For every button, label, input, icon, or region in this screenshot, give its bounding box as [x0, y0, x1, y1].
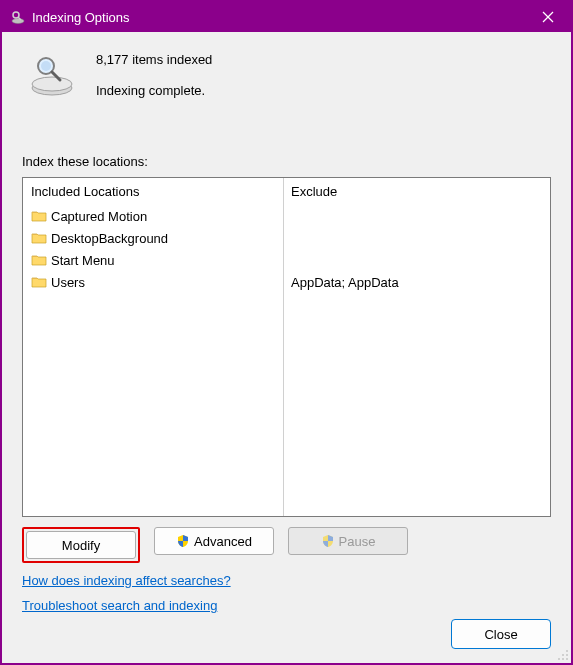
troubleshoot-link[interactable]: Troubleshoot search and indexing [22, 598, 217, 613]
window-title: Indexing Options [32, 10, 130, 25]
folder-icon [31, 208, 47, 224]
included-column: Included Locations Captured Motion Deskt… [23, 178, 283, 516]
modify-highlight: Modify [22, 527, 140, 563]
indexing-state-text: Indexing complete. [96, 83, 212, 98]
items-indexed-text: 8,177 items indexed [96, 52, 212, 67]
shield-icon [176, 534, 190, 548]
dialog-window: Indexing Options 8,177 items indexed [0, 0, 573, 665]
svg-point-10 [566, 650, 568, 652]
help-links: How does indexing affect searches? Troub… [22, 573, 551, 613]
modify-button[interactable]: Modify [26, 531, 136, 559]
svg-point-6 [32, 77, 72, 91]
exclude-column: Exclude AppData; AppData [283, 178, 550, 516]
location-name: Start Menu [51, 253, 115, 268]
location-name: Users [51, 275, 85, 290]
magnifier-icon [28, 50, 76, 98]
dialog-content: 8,177 items indexed Indexing complete. I… [2, 32, 571, 663]
status-texts: 8,177 items indexed Indexing complete. [96, 50, 212, 114]
included-header[interactable]: Included Locations [29, 184, 277, 199]
button-row: Modify Advanced [22, 527, 551, 563]
svg-point-8 [41, 61, 51, 71]
svg-point-15 [566, 658, 568, 660]
pause-button: Pause [288, 527, 408, 555]
shield-icon [321, 534, 335, 548]
window-close-button[interactable] [525, 2, 571, 32]
exclude-header[interactable]: Exclude [289, 184, 544, 199]
locations-label: Index these locations: [22, 154, 551, 169]
button-label: Pause [339, 534, 376, 549]
svg-point-13 [558, 658, 560, 660]
svg-point-0 [12, 19, 24, 24]
list-item[interactable]: DesktopBackground [29, 227, 277, 249]
list-item[interactable]: Users [29, 271, 277, 293]
locations-list[interactable]: Included Locations Captured Motion Deskt… [22, 177, 551, 517]
location-name: DesktopBackground [51, 231, 168, 246]
exclude-value [291, 205, 544, 227]
svg-point-12 [566, 654, 568, 656]
folder-icon [31, 230, 47, 246]
resize-grip[interactable] [557, 649, 569, 661]
close-row: Close [451, 619, 551, 649]
svg-point-14 [562, 658, 564, 660]
button-label: Modify [62, 538, 100, 553]
close-button[interactable]: Close [451, 619, 551, 649]
button-label: Advanced [194, 534, 252, 549]
title-bar[interactable]: Indexing Options [2, 2, 571, 32]
close-icon [542, 11, 554, 23]
exclude-value: AppData; AppData [291, 271, 544, 293]
status-row: 8,177 items indexed Indexing complete. [22, 50, 551, 114]
button-label: Close [484, 627, 517, 642]
folder-icon [31, 274, 47, 290]
location-name: Captured Motion [51, 209, 147, 224]
list-item[interactable]: Start Menu [29, 249, 277, 271]
svg-point-11 [562, 654, 564, 656]
exclude-value [291, 227, 544, 249]
list-item[interactable]: Captured Motion [29, 205, 277, 227]
column-divider[interactable] [283, 178, 284, 516]
app-icon [10, 9, 26, 25]
advanced-button[interactable]: Advanced [154, 527, 274, 555]
exclude-value [291, 249, 544, 271]
how-indexing-link[interactable]: How does indexing affect searches? [22, 573, 231, 588]
folder-icon [31, 252, 47, 268]
